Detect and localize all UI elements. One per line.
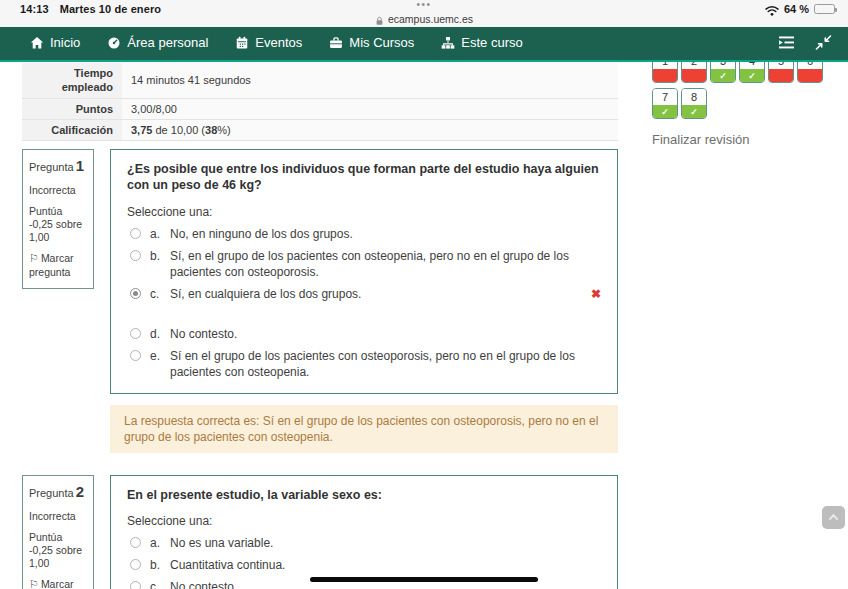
question-1-content-box: ¿Es posible que entre los individuos que… [110,149,618,394]
nav-item-label: Eventos [255,35,302,50]
question-nav-number: 8 [682,89,706,105]
answer-option-a[interactable]: a.No, en ninguno de los dos grupos. [127,226,601,242]
row-label: Calificación [22,119,122,140]
question-points: Puntúa -0,25 sobre 1,00 [29,531,87,570]
incorrect-state-bar [769,69,793,82]
question-prompt: En el presente estudio, la variable sexo… [127,487,601,503]
nav-item-este-curso[interactable]: Este curso [441,35,522,50]
flag-icon: ⚐ [29,252,39,264]
flag-question-link[interactable]: ⚐Marcar pregunta [29,252,87,279]
select-one-label: Seleccione una: [127,513,601,529]
flag-icon: ⚐ [29,578,39,589]
question-nav-box-7[interactable]: 7✓ [652,88,678,119]
nav-item-label: Inicio [50,35,80,50]
table-row: Tiempo empleado 14 minutos 41 segundos [22,63,618,98]
option-letter: d. [150,326,170,342]
check-icon: ✓ [740,69,764,82]
question-prompt: ¿Es posible que entre los individuos que… [127,161,601,194]
option-text: No es una variable. [170,535,601,551]
select-one-label: Seleccione una: [127,204,601,220]
radio-button[interactable] [130,350,141,361]
question-number: 2 [76,483,84,500]
option-letter: a. [150,226,170,242]
check-icon: ✓ [653,105,677,118]
compress-icon[interactable] [815,35,832,50]
option-letter: b. [150,557,170,573]
option-letter: c. [150,286,170,302]
back-to-top-button[interactable] [822,506,845,529]
row-value: 3,75 de 10,00 (38%) [122,119,618,140]
question-number: 1 [76,157,84,174]
battery-icon [814,4,835,14]
multitask-ellipsis[interactable]: ••• [0,0,848,10]
url-text: ecampus.uemc.es [388,13,473,25]
option-letter: b. [150,248,170,264]
status-bar: 14:13Martes 10 de enero ••• ecampus.uemc… [0,0,848,27]
status-indicators: 64 % [765,3,835,15]
question-2-content-box: En el presente estudio, la variable sexo… [110,475,618,589]
attempt-summary-table: Tiempo empleado 14 minutos 41 segundos P… [22,63,618,141]
row-label: Tiempo empleado [22,63,122,98]
row-value: 14 minutos 41 segundos [122,63,618,98]
answer-option-c[interactable]: c.Sí, en cualquiera de los dos grupos.✖ [127,286,601,302]
url-bar[interactable]: ecampus.uemc.es [0,13,848,25]
nav-item-label: Este curso [461,35,522,50]
radio-button[interactable] [130,559,141,570]
option-letter: e. [150,348,170,364]
radio-button-selected[interactable] [130,288,141,299]
row-value: 3,00/8,00 [122,98,618,119]
answer-option-b[interactable]: b.Cuantitativa continua. [127,557,601,573]
table-row: Puntos 3,00/8,00 [22,98,618,119]
answer-option-b[interactable]: b.Sí, en el grupo de los pacientes con o… [127,248,601,280]
flag-question-link[interactable]: ⚐Marcar pregunta [29,578,87,589]
row-label: Puntos [22,98,122,119]
question-state: Incorrecta [29,510,87,523]
wifi-icon [765,4,779,14]
briefcase-icon [329,36,343,50]
radio-button[interactable] [130,228,141,239]
correct-answer-feedback: La respuesta correcta es: Sí en el grupo… [110,405,618,453]
drawer-toggle-icon[interactable] [778,35,795,50]
incorrect-state-bar [798,69,822,82]
quiz-navigation-sidebar: 123✓4✓567✓8✓ Finalizar revisión [652,62,838,589]
check-icon: ✓ [711,69,735,82]
answer-option-e[interactable]: e.Sí en el grupo de los pacientes con os… [127,348,601,380]
question-nav-box-8[interactable]: 8✓ [681,88,707,119]
nav-item-area-personal[interactable]: Área personal [107,35,208,50]
option-text: Cuantitativa continua. [170,557,601,573]
question-nav-number: 7 [653,89,677,105]
answer-option-d[interactable]: d.No contesto. [127,326,601,342]
question-label: Pregunta [29,487,74,499]
incorrect-state-bar [653,69,677,82]
option-text: No, en ninguno de los dos grupos. [170,226,601,242]
radio-button[interactable] [130,581,141,589]
main-navbar: InicioÁrea personalEventosMis CursosEste… [0,27,848,62]
radio-button[interactable] [130,328,141,339]
battery-percent: 64 % [784,3,809,15]
question-2-section: Pregunta2 Incorrecta Puntúa -0,25 sobre … [22,475,618,589]
question-1-section: Pregunta1 Incorrecta Puntúa -0,25 sobre … [22,149,618,394]
answer-options: a.No, en ninguno de los dos grupos.b.Sí,… [127,226,601,380]
option-text: Sí, en cualquiera de los dos grupos. [170,286,585,302]
nav-item-label: Área personal [127,35,208,50]
question-state: Incorrecta [29,184,87,197]
chevron-up-icon [829,514,839,524]
table-row: Calificación 3,75 de 10,00 (38%) [22,119,618,140]
main-column: Tiempo empleado 14 minutos 41 segundos P… [22,62,618,589]
radio-button[interactable] [130,250,141,261]
question-points: Puntúa -0,25 sobre 1,00 [29,205,87,244]
nav-item-eventos[interactable]: Eventos [235,35,302,50]
sitemap-icon [441,36,455,50]
navbar-items: InicioÁrea personalEventosMis CursosEste… [30,35,523,50]
answer-option-a[interactable]: a.No es una variable. [127,535,601,551]
option-letter: a. [150,535,170,551]
nav-item-mis-cursos[interactable]: Mis Cursos [329,35,414,50]
radio-button[interactable] [130,537,141,548]
home-indicator[interactable] [310,577,538,582]
incorrect-state-bar [682,69,706,82]
home-icon [30,36,44,50]
question-2-info-box: Pregunta2 Incorrecta Puntúa -0,25 sobre … [22,475,94,589]
finish-review-link[interactable]: Finalizar revisión [652,132,838,147]
dashboard-icon [107,36,121,50]
nav-item-inicio[interactable]: Inicio [30,35,80,50]
